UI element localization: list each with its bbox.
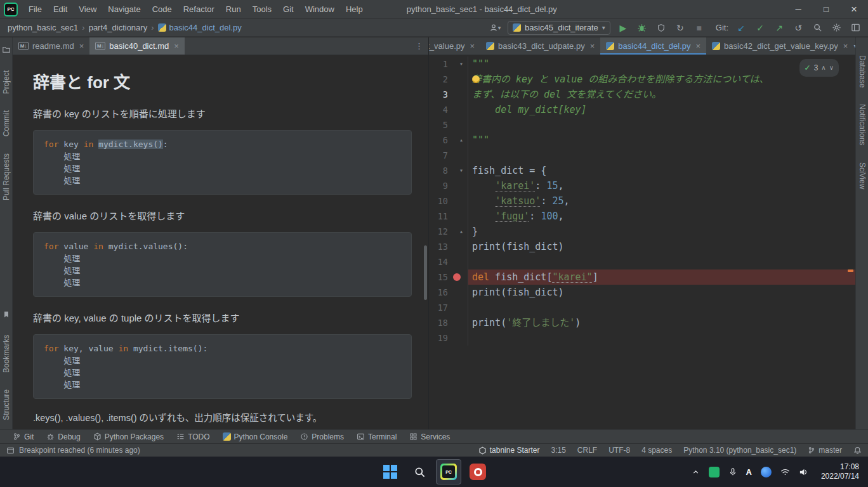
tool-strip-sciview[interactable]: SciView <box>858 162 867 189</box>
caret-position[interactable]: 3:15 <box>551 446 565 455</box>
close-icon[interactable]: × <box>696 41 701 51</box>
run-button[interactable]: ▶ <box>617 21 629 35</box>
line-number[interactable]: 14 <box>429 254 448 269</box>
browser-icon[interactable] <box>761 467 772 477</box>
breadcrumb-item[interactable]: basic44_dict_del.py <box>157 23 243 32</box>
tool-strip-commit[interactable]: Commit <box>2 110 11 136</box>
editor-tab-basic43-dict-udpate-py[interactable]: basic43_dict_udpate.py× <box>480 37 600 55</box>
fold-icon[interactable]: ▴ <box>459 224 463 239</box>
tool-strip-notifications[interactable]: Notifications <box>858 104 867 145</box>
line-number[interactable]: 15 <box>429 269 448 285</box>
code-line[interactable]: """ <box>468 133 855 148</box>
menu-window[interactable]: Window <box>299 0 340 19</box>
code-line[interactable] <box>468 117 855 133</box>
breadcrumb-item[interactable]: python_basic_sec1 <box>6 23 79 32</box>
git-push-button[interactable]: ↗ <box>773 21 786 35</box>
ime-mode-indicator[interactable]: A <box>746 467 752 477</box>
editor-tab-basic42-dict-get-value-key-py[interactable]: basic42_dict_get_value_key.py× <box>706 37 853 55</box>
close-icon[interactable]: × <box>590 41 595 51</box>
git-branch-widget[interactable]: master <box>808 446 842 455</box>
menu-run[interactable]: Run <box>220 0 247 19</box>
intention-bulb-icon[interactable] <box>472 75 480 83</box>
line-ending-selector[interactable]: CRLF <box>577 446 597 455</box>
tabnine-widget[interactable]: tabnine Starter <box>478 446 540 455</box>
toolwindow-git[interactable]: Git <box>8 430 39 444</box>
close-icon[interactable]: × <box>843 41 848 51</box>
prev-issue-icon[interactable]: ∧ <box>821 60 825 75</box>
menu-refactor[interactable]: Refactor <box>178 0 220 19</box>
code-line[interactable]: print(fish_dict) <box>468 239 855 254</box>
line-number[interactable]: 10 <box>429 193 448 209</box>
search-icon[interactable] <box>811 21 824 35</box>
scrollbar-thumb[interactable] <box>424 245 427 300</box>
editor-tab-et-value-py[interactable]: et_value.py× <box>429 37 480 55</box>
tool-strip-database[interactable]: Database <box>858 55 867 88</box>
taskbar-pycharm-icon[interactable]: PC <box>436 459 461 484</box>
code-line[interactable]: } <box>468 224 855 239</box>
editor-tab-basic44-dict-del-py[interactable]: basic44_dict_del.py× <box>600 37 706 55</box>
fold-icon[interactable]: ▾ <box>459 163 463 178</box>
line-number[interactable]: 17 <box>429 300 448 315</box>
run-config-select[interactable]: basic45_dict_iterate ▾ <box>508 21 610 35</box>
line-number[interactable]: 19 <box>429 330 448 346</box>
line-number[interactable]: 11 <box>429 209 448 224</box>
code-line[interactable]: 'katsuo': 25, <box>468 193 855 209</box>
tool-strip-structure[interactable]: Structure <box>2 389 11 420</box>
encoding-selector[interactable]: UTF-8 <box>608 446 630 455</box>
code-line[interactable]: del fish_dict["karei"] <box>468 269 855 285</box>
line-number[interactable]: 3 <box>429 87 448 102</box>
close-icon[interactable]: × <box>79 41 84 51</box>
profiler-button[interactable]: ↻ <box>674 21 687 35</box>
fold-icon[interactable]: ▴ <box>459 133 463 148</box>
code-line[interactable]: 'fugu': 100, <box>468 209 855 224</box>
inspections-widget[interactable]: ✓ 3 ∧ ∨ <box>799 59 839 77</box>
taskbar-recorder-icon[interactable] <box>465 459 490 484</box>
line-number[interactable]: 9 <box>429 178 448 193</box>
status-message[interactable]: Breakpoint reached (6 minutes ago) <box>19 446 140 455</box>
toolwindow-services[interactable]: Services <box>404 430 455 444</box>
maximize-button[interactable]: □ <box>812 0 840 19</box>
toolwindow-problems[interactable]: Problems <box>295 430 349 444</box>
line-number[interactable]: 8 <box>429 163 448 178</box>
editor-tab-basic40-dict-md[interactable]: M↓basic40_dict.md× <box>89 37 185 55</box>
notifications-bell-icon[interactable] <box>853 446 862 455</box>
line-number[interactable]: 1 <box>429 56 448 72</box>
line-number[interactable]: 16 <box>429 285 448 300</box>
wifi-icon[interactable] <box>780 467 790 477</box>
line-number[interactable]: 7 <box>429 148 448 163</box>
more-options-icon[interactable]: ⋮ <box>415 41 423 51</box>
menu-file[interactable]: File <box>23 0 48 19</box>
code-line[interactable] <box>468 300 855 315</box>
toolwindow-terminal[interactable]: Terminal <box>352 430 402 444</box>
code-line[interactable] <box>468 148 855 163</box>
project-folder-icon[interactable] <box>2 45 11 54</box>
menu-edit[interactable]: Edit <box>48 0 73 19</box>
code-line[interactable]: fish_dict = { <box>468 163 855 178</box>
breadcrumb-item[interactable]: part4_dictionary <box>88 23 149 32</box>
line-number[interactable]: 2 <box>429 72 448 87</box>
git-update-button[interactable]: ↙ <box>735 21 747 35</box>
interpreter-selector[interactable]: Python 3.10 (python_basic_sec1) <box>683 446 796 455</box>
settings-icon[interactable] <box>830 21 843 35</box>
code-line[interactable]: 辞書内の key と value の組み合わせを削除する方法については、 <box>468 72 855 87</box>
line-number[interactable]: 6 <box>429 133 448 148</box>
next-issue-icon[interactable]: ∨ <box>829 60 834 75</box>
coverage-button[interactable] <box>655 21 667 35</box>
line-number[interactable]: 18 <box>429 315 448 330</box>
tool-strip-bookmarks[interactable]: Bookmarks <box>2 335 11 373</box>
tool-strip-project[interactable]: Project <box>2 70 11 94</box>
toolwindow-todo[interactable]: TODO <box>171 430 214 444</box>
git-history-button[interactable]: ↺ <box>792 21 805 35</box>
code-line[interactable]: """ <box>468 56 855 72</box>
editor-tab-readme-md[interactable]: M↓readme.md× <box>13 37 89 55</box>
close-icon[interactable]: × <box>174 41 179 51</box>
menu-code[interactable]: Code <box>147 0 178 19</box>
bookmark-icon[interactable] <box>3 311 10 318</box>
start-button[interactable] <box>378 459 403 484</box>
code-line[interactable]: del my_dict[key] <box>468 102 855 117</box>
toolwindow-python-packages[interactable]: Python Packages <box>88 430 169 444</box>
taskbar-clock[interactable]: 17:08 2022/07/14 <box>821 462 859 481</box>
user-icon[interactable]: ▾ <box>489 21 501 35</box>
code-editor[interactable]: 1▾"""2辞書内の key と value の組み合わせを削除する方法について… <box>429 55 855 429</box>
volume-icon[interactable] <box>799 467 808 477</box>
